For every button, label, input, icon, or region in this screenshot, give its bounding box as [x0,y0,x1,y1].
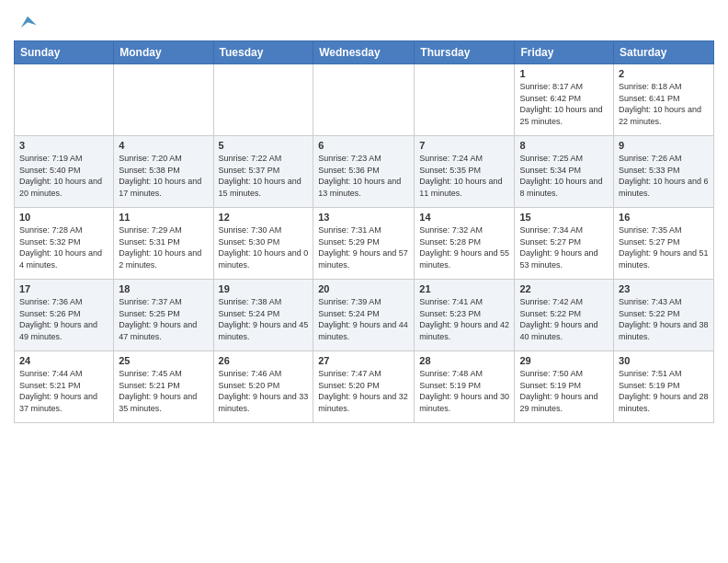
calendar-cell: 3Sunrise: 7:19 AM Sunset: 5:40 PM Daylig… [15,136,114,208]
day-info: Sunrise: 7:23 AM Sunset: 5:36 PM Dayligh… [318,153,409,199]
calendar-cell: 24Sunrise: 7:44 AM Sunset: 5:21 PM Dayli… [15,351,114,423]
day-number: 23 [619,283,709,294]
calendar-cell: 6Sunrise: 7:23 AM Sunset: 5:36 PM Daylig… [313,136,415,208]
day-number: 12 [219,212,309,223]
main-container: SundayMondayTuesdayWednesdayThursdayFrid… [0,0,728,428]
day-number: 21 [419,283,509,294]
day-info: Sunrise: 7:28 AM Sunset: 5:32 PM Dayligh… [19,224,108,270]
day-info: Sunrise: 8:17 AM Sunset: 6:42 PM Dayligh… [519,81,609,127]
day-number: 2 [619,68,709,79]
calendar-cell: 21Sunrise: 7:41 AM Sunset: 5:23 PM Dayli… [415,280,515,351]
day-info: Sunrise: 7:35 AM Sunset: 5:27 PM Dayligh… [619,224,709,270]
calendar-cell: 7Sunrise: 7:24 AM Sunset: 5:35 PM Daylig… [415,136,515,208]
day-number: 25 [119,355,208,366]
day-info: Sunrise: 7:32 AM Sunset: 5:28 PM Dayligh… [419,224,509,270]
day-info: Sunrise: 7:48 AM Sunset: 5:19 PM Dayligh… [419,368,509,414]
calendar-cell: 14Sunrise: 7:32 AM Sunset: 5:28 PM Dayli… [415,208,515,280]
calendar-header-monday: Monday [114,41,213,64]
calendar-cell: 28Sunrise: 7:48 AM Sunset: 5:19 PM Dayli… [415,351,515,423]
day-number: 16 [619,212,709,223]
calendar-cell: 29Sunrise: 7:50 AM Sunset: 5:19 PM Dayli… [515,351,614,423]
calendar-cell: 19Sunrise: 7:38 AM Sunset: 5:24 PM Dayli… [213,280,313,351]
day-info: Sunrise: 7:41 AM Sunset: 5:23 PM Dayligh… [419,296,509,342]
logo-bird-icon [17,13,38,33]
day-number: 18 [119,283,208,294]
day-info: Sunrise: 7:31 AM Sunset: 5:29 PM Dayligh… [318,224,409,270]
calendar-cell: 22Sunrise: 7:42 AM Sunset: 5:22 PM Dayli… [515,280,614,351]
calendar-week-1: 3Sunrise: 7:19 AM Sunset: 5:40 PM Daylig… [15,136,714,208]
calendar-cell: 15Sunrise: 7:34 AM Sunset: 5:27 PM Dayli… [515,208,614,280]
calendar-cell: 13Sunrise: 7:31 AM Sunset: 5:29 PM Dayli… [313,208,415,280]
calendar-cell [213,64,313,136]
svg-marker-0 [21,17,37,28]
day-info: Sunrise: 7:37 AM Sunset: 5:25 PM Dayligh… [119,296,208,342]
day-number: 9 [619,140,709,151]
header [14,9,714,33]
day-info: Sunrise: 7:19 AM Sunset: 5:40 PM Dayligh… [19,153,108,199]
day-info: Sunrise: 7:42 AM Sunset: 5:22 PM Dayligh… [519,296,609,342]
calendar-table: SundayMondayTuesdayWednesdayThursdayFrid… [14,40,714,423]
calendar-cell: 1Sunrise: 8:17 AM Sunset: 6:42 PM Daylig… [515,64,614,136]
day-number: 14 [419,212,509,223]
day-number: 27 [318,355,409,366]
calendar-cell: 17Sunrise: 7:36 AM Sunset: 5:26 PM Dayli… [15,280,114,351]
calendar-cell: 5Sunrise: 7:22 AM Sunset: 5:37 PM Daylig… [213,136,313,208]
day-info: Sunrise: 7:30 AM Sunset: 5:30 PM Dayligh… [219,224,309,270]
calendar-week-0: 1Sunrise: 8:17 AM Sunset: 6:42 PM Daylig… [15,64,714,136]
calendar-cell [415,64,515,136]
calendar-cell: 8Sunrise: 7:25 AM Sunset: 5:34 PM Daylig… [515,136,614,208]
calendar-header-tuesday: Tuesday [213,41,313,64]
calendar-cell [114,64,213,136]
day-info: Sunrise: 7:45 AM Sunset: 5:21 PM Dayligh… [119,368,208,414]
calendar-cell: 9Sunrise: 7:26 AM Sunset: 5:33 PM Daylig… [614,136,714,208]
calendar-header-friday: Friday [515,41,614,64]
day-number: 30 [619,355,709,366]
day-number: 28 [419,355,509,366]
day-number: 6 [318,140,409,151]
day-number: 5 [219,140,309,151]
day-number: 19 [219,283,309,294]
calendar-cell: 30Sunrise: 7:51 AM Sunset: 5:19 PM Dayli… [614,351,714,423]
day-number: 3 [19,140,108,151]
day-info: Sunrise: 7:26 AM Sunset: 5:33 PM Dayligh… [619,153,709,199]
day-info: Sunrise: 7:24 AM Sunset: 5:35 PM Dayligh… [419,153,509,199]
day-number: 20 [318,283,409,294]
day-number: 15 [519,212,609,223]
calendar-week-4: 24Sunrise: 7:44 AM Sunset: 5:21 PM Dayli… [15,351,714,423]
calendar-cell: 4Sunrise: 7:20 AM Sunset: 5:38 PM Daylig… [114,136,213,208]
day-number: 26 [219,355,309,366]
calendar-cell: 11Sunrise: 7:29 AM Sunset: 5:31 PM Dayli… [114,208,213,280]
calendar-header-wednesday: Wednesday [313,41,415,64]
day-info: Sunrise: 7:38 AM Sunset: 5:24 PM Dayligh… [219,296,309,342]
calendar-week-2: 10Sunrise: 7:28 AM Sunset: 5:32 PM Dayli… [15,208,714,280]
calendar-cell: 25Sunrise: 7:45 AM Sunset: 5:21 PM Dayli… [114,351,213,423]
day-info: Sunrise: 7:29 AM Sunset: 5:31 PM Dayligh… [119,224,208,270]
calendar-cell: 20Sunrise: 7:39 AM Sunset: 5:24 PM Dayli… [313,280,415,351]
day-number: 13 [318,212,409,223]
day-info: Sunrise: 7:46 AM Sunset: 5:20 PM Dayligh… [219,368,309,414]
day-info: Sunrise: 7:34 AM Sunset: 5:27 PM Dayligh… [519,224,609,270]
calendar-cell: 26Sunrise: 7:46 AM Sunset: 5:20 PM Dayli… [213,351,313,423]
day-number: 1 [519,68,609,79]
day-number: 22 [519,283,609,294]
day-number: 29 [519,355,609,366]
calendar-header-sunday: Sunday [15,41,114,64]
calendar-cell: 12Sunrise: 7:30 AM Sunset: 5:30 PM Dayli… [213,208,313,280]
day-info: Sunrise: 7:44 AM Sunset: 5:21 PM Dayligh… [19,368,108,414]
calendar-header-row: SundayMondayTuesdayWednesdayThursdayFrid… [15,41,714,64]
day-info: Sunrise: 7:39 AM Sunset: 5:24 PM Dayligh… [318,296,409,342]
day-number: 11 [119,212,208,223]
calendar-header-thursday: Thursday [415,41,515,64]
day-info: Sunrise: 7:20 AM Sunset: 5:38 PM Dayligh… [119,153,208,199]
day-number: 10 [19,212,108,223]
day-number: 24 [19,355,108,366]
day-number: 4 [119,140,208,151]
calendar-cell: 27Sunrise: 7:47 AM Sunset: 5:20 PM Dayli… [313,351,415,423]
day-info: Sunrise: 7:25 AM Sunset: 5:34 PM Dayligh… [519,153,609,199]
calendar-cell: 18Sunrise: 7:37 AM Sunset: 5:25 PM Dayli… [114,280,213,351]
day-info: Sunrise: 7:36 AM Sunset: 5:26 PM Dayligh… [19,296,108,342]
calendar-week-3: 17Sunrise: 7:36 AM Sunset: 5:26 PM Dayli… [15,280,714,351]
day-number: 17 [19,283,108,294]
calendar-cell: 16Sunrise: 7:35 AM Sunset: 5:27 PM Dayli… [614,208,714,280]
day-info: Sunrise: 7:50 AM Sunset: 5:19 PM Dayligh… [519,368,609,414]
